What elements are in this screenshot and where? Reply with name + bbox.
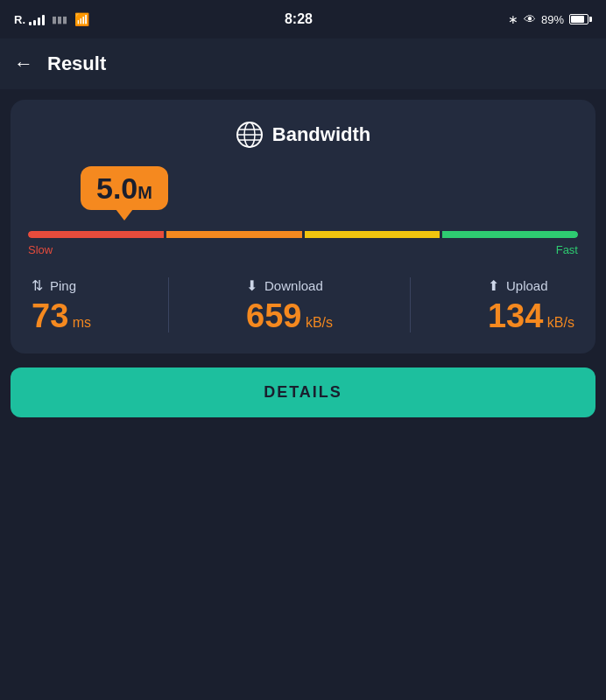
speed-indicator: 5.0M — [28, 166, 578, 210]
speed-bubble: 5.0M — [81, 166, 168, 210]
bar-yellow — [305, 231, 440, 238]
page-title: Result — [47, 52, 106, 75]
bar-green — [442, 231, 578, 238]
stat-download: ⬇ Download 659 kB/s — [246, 277, 333, 332]
ping-label: Ping — [50, 278, 76, 293]
header: ← Result — [0, 38, 606, 89]
bar-orange — [166, 231, 302, 238]
status-left: R. ▮▮▮ 📶 — [14, 12, 89, 26]
download-value: 659 — [246, 298, 301, 334]
bandwidth-header: Bandwidth — [28, 121, 578, 149]
ping-unit: ms — [73, 315, 91, 330]
signal-bars — [29, 13, 45, 25]
back-button[interactable]: ← — [14, 52, 33, 75]
status-bar: R. ▮▮▮ 📶 8:28 ∗ 👁 89% — [0, 0, 606, 38]
speed-bar — [28, 231, 578, 238]
ping-label-row: ⇅ Ping — [32, 277, 91, 294]
status-right: ∗ 👁 89% — [508, 12, 592, 26]
wifi-icon: 📶 — [74, 12, 89, 26]
stat-ping: ⇅ Ping 73 ms — [32, 277, 91, 332]
upload-label-row: ⬆ Upload — [488, 277, 574, 294]
main-card: Bandwidth 5.0M Slow Fast ⇅ Ping 73 — [11, 100, 595, 354]
upload-icon: ⬆ — [488, 277, 499, 294]
globe-icon — [236, 121, 264, 149]
ping-value: 73 — [32, 298, 68, 334]
divider-1 — [168, 277, 169, 332]
bar-red — [28, 231, 164, 238]
download-label-row: ⬇ Download — [246, 277, 333, 294]
download-label: Download — [264, 278, 323, 293]
battery-percent: 89% — [541, 13, 564, 26]
speed-value: 5.0 — [96, 172, 137, 205]
upload-unit: kB/s — [547, 315, 574, 330]
upload-label: Upload — [506, 278, 548, 293]
divider-2 — [410, 277, 411, 332]
label-slow: Slow — [28, 243, 53, 256]
bar-labels: Slow Fast — [28, 243, 578, 256]
ping-value-row: 73 ms — [32, 299, 91, 332]
download-unit: kB/s — [306, 315, 333, 330]
speed-bar-container: Slow Fast — [28, 231, 578, 256]
download-icon: ⬇ — [246, 277, 257, 294]
download-value-row: 659 kB/s — [246, 299, 333, 332]
clock: 8:28 — [285, 11, 313, 27]
upload-value: 134 — [488, 298, 543, 334]
details-button[interactable]: DETAILS — [11, 368, 595, 417]
upload-value-row: 134 kB/s — [488, 299, 574, 332]
speed-unit: M — [137, 183, 152, 202]
bluetooth-icon: ∗ — [508, 12, 518, 26]
stat-upload: ⬆ Upload 134 kB/s — [488, 277, 574, 332]
label-fast: Fast — [556, 243, 578, 256]
signal-indicator: R. — [14, 13, 25, 26]
eye-icon: 👁 — [524, 12, 536, 26]
bandwidth-title: Bandwidth — [272, 123, 370, 146]
ping-icon: ⇅ — [32, 277, 43, 294]
battery-icon — [569, 14, 592, 24]
stats-section: ⇅ Ping 73 ms ⬇ Download 659 kB/s ⬆ — [28, 277, 578, 332]
data-signal: ▮▮▮ — [52, 14, 67, 25]
